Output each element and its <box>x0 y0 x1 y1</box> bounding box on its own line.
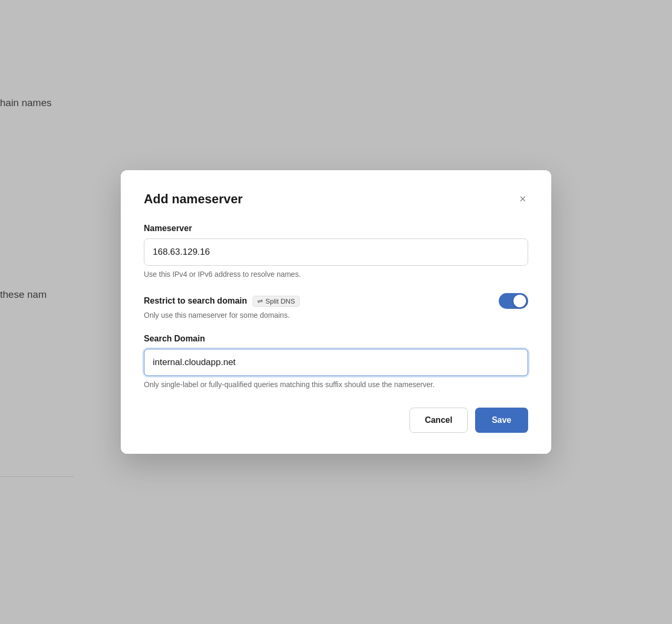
overlay: Add nameserver × Nameserver Use this IPv… <box>0 0 672 624</box>
cancel-button[interactable]: Cancel <box>410 408 467 433</box>
dialog-title: Add nameserver <box>144 192 243 206</box>
nameserver-input[interactable] <box>144 238 528 266</box>
add-nameserver-dialog: Add nameserver × Nameserver Use this IPv… <box>121 170 551 454</box>
restrict-hint: Only use this nameserver for some domain… <box>144 311 528 319</box>
restrict-toggle[interactable] <box>499 293 528 309</box>
split-dns-label: Split DNS <box>266 297 295 305</box>
split-dns-badge: ⇌ Split DNS <box>253 296 300 307</box>
restrict-label-group: Restrict to search domain ⇌ Split DNS <box>144 296 300 307</box>
search-domain-hint: Only single-label or fully-qualified que… <box>144 380 528 389</box>
dialog-footer: Cancel Save <box>144 408 528 433</box>
nameserver-hint: Use this IPv4 or IPv6 address to resolve… <box>144 270 528 278</box>
restrict-label: Restrict to search domain <box>144 296 247 306</box>
split-dns-icon: ⇌ <box>257 297 263 305</box>
toggle-thumb <box>513 295 526 307</box>
save-button[interactable]: Save <box>475 408 528 433</box>
restrict-section: Restrict to search domain ⇌ Split DNS On… <box>144 293 528 319</box>
nameserver-label: Nameserver <box>144 224 528 233</box>
nameserver-section: Nameserver Use this IPv4 or IPv6 address… <box>144 224 528 278</box>
close-button[interactable]: × <box>517 191 528 207</box>
toggle-track <box>499 293 528 309</box>
search-domain-section: Search Domain Only single-label or fully… <box>144 334 528 389</box>
restrict-row: Restrict to search domain ⇌ Split DNS <box>144 293 528 309</box>
search-domain-label: Search Domain <box>144 334 528 344</box>
dialog-header: Add nameserver × <box>144 191 528 207</box>
search-domain-input[interactable] <box>144 349 528 376</box>
